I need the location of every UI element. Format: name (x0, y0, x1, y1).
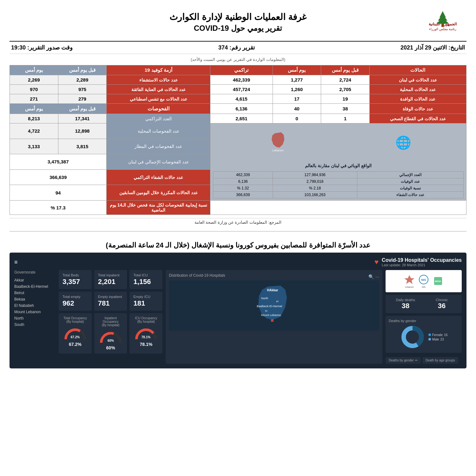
gauges-row: Total Occupancy(By hospital) 67.2% 67.2%… (59, 313, 162, 354)
total-checks-leb-value: 3,475,387 (10, 154, 107, 170)
empty-inpatient-label: Empty inpatient (98, 295, 123, 299)
total-inpatient-box: Total inpatient 2,201 (94, 270, 127, 289)
row2-p1: 970 (10, 85, 58, 94)
hospital-dashboard: ♥ Covid-19 Hospitals' Occupancies Last u… (10, 253, 466, 368)
menu-icon[interactable]: ≡ (14, 259, 18, 266)
table-row: نسبة إيجابية الفحوصات لكل منة فحص خلال ا… (10, 201, 466, 215)
edit-icon: ✏ (415, 359, 418, 362)
total-icu-label: Total ICU (133, 273, 159, 277)
female-dot (428, 334, 431, 336)
svg-marker-17 (404, 275, 414, 284)
row5-label: عدد الحالات في القطاع الصحي (369, 114, 466, 123)
airport-checks-p1: 3,133 (10, 139, 58, 154)
sidebar-item-mount-lebanon[interactable]: Mount Lebanon (14, 309, 56, 315)
row1-p1: 2,269 (10, 75, 58, 85)
dash-map-area: Distribution of Covid-19 Hospitals 🔍 ···… (166, 270, 382, 364)
local-checks-p1: 4,722 (10, 123, 58, 139)
tab-deaths-gender[interactable]: Deaths by gender ✏ (386, 357, 421, 364)
empty-icu-label: Empty ICU (133, 295, 159, 299)
map-more-icon[interactable]: ··· (375, 274, 379, 279)
cumul-checks-p2: 17,341 (58, 114, 107, 123)
svg-text:60%: 60% (108, 339, 114, 342)
logo2: NIS NIS (418, 274, 429, 288)
col-cumulative: تراكمي (210, 65, 273, 75)
dash-last-update: Last update: 28 March 2021 (382, 263, 462, 267)
svg-text:67.2%: 67.2% (71, 335, 80, 339)
bottom-tabs: Deaths by gender ✏ Death by age groups (386, 357, 462, 364)
sidebar-item-baalbeck[interactable]: Baalbeck-El-Hermel (14, 283, 56, 290)
sidebar-item-beirut[interactable]: Beirut (14, 290, 56, 296)
row4-label: عدد حالات الوفاة (369, 104, 466, 114)
empty-icu-value: 181 (133, 299, 159, 307)
deaths-by-gender-box: Deaths by gender (386, 316, 462, 353)
table-row: عدد الحالات في القطاع الصحي 1 0 2,651 ال… (10, 114, 466, 123)
sidebar-item-bekaa[interactable]: Bekaa (14, 296, 56, 302)
total-beds-label: Total Beds (63, 273, 88, 277)
row5-cumul: 2,651 (210, 114, 273, 123)
daily-deaths-value: 38 (389, 302, 422, 310)
world-globe-icon: 🌐 (395, 135, 411, 150)
map-search-icon[interactable]: 🔍 (368, 274, 374, 279)
gauge1-label: Total Occupancy(By hospital) (62, 316, 89, 323)
recovery-cumul-label: عدد حالات الشفاء التراكمي (107, 169, 210, 185)
row2-cumul: 457,724 (210, 85, 273, 94)
row1-crisis: عدد حالات الاستشفاء (107, 75, 210, 85)
world-recovery-label: عدد حالات الشفاء (357, 192, 463, 198)
row2-q1: 1,260 (273, 85, 321, 94)
world-rate-label: نسبة الوفيات (357, 185, 463, 192)
row1-cumul: 462,339 (210, 75, 273, 85)
world-deaths-world: 2,799,018 (273, 178, 357, 185)
logo1: Lebanon (404, 274, 415, 288)
positivity-value: 17.3 % (10, 201, 107, 215)
dash-title-text: Covid-19 Hospitals' Occupancies Last upd… (382, 257, 462, 267)
dash-sidebar: Governorate Akkar Baalbeck-El-Hermel Bei… (14, 270, 56, 364)
col-day-before: قبل يوم أمس (321, 65, 370, 75)
page-header: الجمهورية اللبنانية رئاسة مجلس الوزراء غ… (10, 6, 466, 41)
total-inpatient-value: 2,201 (98, 278, 123, 286)
svg-text:Baalbeck-El-Hermel: Baalbeck-El-Hermel (257, 305, 282, 308)
svg-text:MOH: MOH (435, 280, 441, 283)
empty-inpatient-value: 781 (98, 299, 123, 307)
male-legend: Male 23 (428, 338, 447, 341)
world-rate-leb: 1.32 % (213, 185, 273, 192)
dash-right-panel: Lebanon NIS NIS MOH (386, 270, 462, 364)
gauge1-value: 67.2% (62, 342, 89, 347)
sidebar-item-north[interactable]: North (14, 315, 56, 321)
gauge3-label: ICU Occupancy(By hospital) (133, 316, 159, 323)
svg-point-24 (407, 331, 419, 343)
table-row: عدد الحالات في لبنان 2,724 1,277 462,339… (10, 75, 466, 85)
svg-text:HAkkar: HAkkar (267, 288, 278, 292)
dash-title-area: ♥ Covid-19 Hospitals' Occupancies Last u… (374, 257, 462, 267)
col-crisis: أزمة كوفيد 19 (107, 65, 210, 75)
donut-legend: Female 16 Male 23 (428, 332, 447, 342)
world-comparison-cell: 🌐 Lebanon الواقع الوبائي في لبنان مقارنة… (210, 123, 466, 201)
col-crisis-day-before: قبل يوم أمس (58, 65, 107, 75)
world-rate-world: 2.18 % (273, 185, 357, 192)
main-title: غرفة العمليات الوطنية لإدارة الكوارث (57, 12, 419, 22)
local-checks-label: عدد الفحوصات المحلية (107, 123, 210, 139)
sidebar-item-nabatieh[interactable]: El Nabatieh (14, 302, 56, 309)
row2-label: عدد الحالات المحلية (369, 85, 466, 94)
tab-death-age[interactable]: Death by age groups (422, 357, 458, 364)
section-divider (10, 231, 466, 232)
total-icu-box: Total ICU 1,156 (129, 270, 162, 289)
checks-col-q1: يوم أمس (10, 104, 58, 114)
dash-body: Governorate Akkar Baalbeck-El-Hermel Bei… (14, 270, 462, 364)
row3-p2: 279 (58, 94, 107, 104)
row3-q2: 19 (321, 94, 370, 104)
row1-p2: 2,289 (58, 75, 107, 85)
gauge-inpatient-occupancy: Inpatient Occupancy(By hospital) 60% 60% (94, 313, 127, 354)
gauge2-label: Inpatient Occupancy(By hospital) (97, 316, 124, 327)
world-total-leb: 462,339 (213, 172, 273, 178)
gauge1-svg: 67.2% (63, 325, 88, 341)
sidebar-item-south[interactable]: South (14, 321, 56, 328)
row1-label: عدد الحالات في لبنان (369, 75, 466, 85)
sidebar-item-akkar[interactable]: Akkar (14, 277, 56, 283)
positivity-label: نسبة إيجابية الفحوصات لكل منة فحص خلال ا… (107, 201, 210, 215)
report-number: تقرير رقم: 374 (218, 44, 255, 51)
world-recovery-world: 103,166,263 (273, 192, 357, 198)
gauge-icu-occupancy: ICU Occupancy(By hospital) 78.1% 78.1% (129, 313, 162, 354)
world-comparison-title: الواقع الوبائي في لبنان مقارنة بالعالم (213, 163, 464, 168)
report-time: وقت صدور التقرير: 19:30 (11, 44, 73, 51)
repeated-value: 94 (10, 185, 107, 201)
